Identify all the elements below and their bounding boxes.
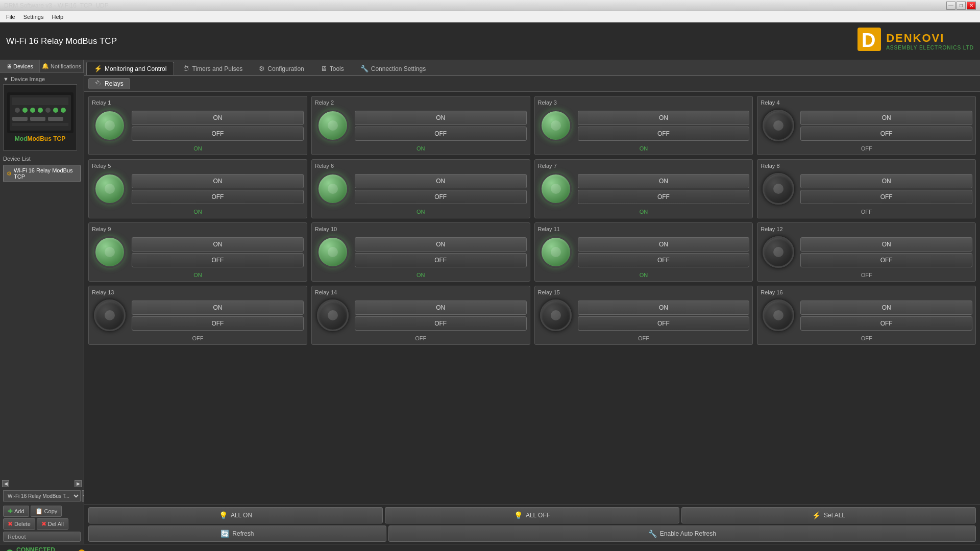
relay-buttons-10: ON OFF [355,237,527,267]
relay-on-btn-11[interactable]: ON [578,237,750,252]
relay-on-btn-7[interactable]: ON [578,174,750,188]
refresh-button[interactable]: 🔄 Refresh [88,525,386,542]
relay-label-1: Relay 1 [92,99,304,106]
tab-configuration[interactable]: ⚙ Configuration [251,62,311,75]
relay-off-btn-15[interactable]: OFF [578,316,750,331]
tab-tools[interactable]: 🖥 Tools [313,62,352,75]
relay-knob-container-6 [315,171,351,207]
set-all-button[interactable]: ⚡ Set ALL [681,507,976,523]
relay-label-11: Relay 11 [538,226,750,232]
all-on-button[interactable]: 💡 ALL ON [88,507,383,523]
relay-off-btn-7[interactable]: OFF [578,190,750,204]
svg-rect-4 [12,97,68,105]
sidebar-action-buttons: ✚ Add 📋 Copy ✖ Delete ✖ Del All [0,504,84,532]
relay-on-btn-13[interactable]: ON [132,300,304,315]
relay-label-16: Relay 16 [761,289,972,295]
relay-on-btn-4[interactable]: ON [800,111,972,125]
main-tabs: ⚡ Monitoring and Control ⏱ Timers and Pu… [84,60,980,76]
relay-on-btn-16[interactable]: ON [800,300,972,315]
sidebar-tab-notifications[interactable]: 🔔 Notifications [40,60,84,72]
relay-off-btn-6[interactable]: OFF [355,190,527,204]
logo: D DENKOVI ASSEMBLY ELECTRONICS LTD [856,27,974,56]
relay-off-btn-1[interactable]: OFF [132,127,304,141]
relay-off-btn-13[interactable]: OFF [132,316,304,331]
relay-status-11: ON [538,272,750,278]
relay-off-btn-4[interactable]: OFF [800,127,972,141]
relay-on-btn-3[interactable]: ON [578,111,750,125]
monitoring-icon: ⚡ [94,65,102,72]
relay-knob-inner-1 [105,120,115,131]
scroll-right[interactable]: ▶ [75,480,82,487]
sub-tab-relays[interactable]: 🔌 Relays [88,78,130,89]
svg-point-6 [22,108,28,113]
del-all-button[interactable]: ✖ Del All [37,518,68,530]
relay-knob-container-4 [761,108,796,143]
tab-connection[interactable]: 🔧 Connection Settings [353,62,433,75]
relay-off-btn-10[interactable]: OFF [355,253,527,267]
menu-help[interactable]: Help [47,13,67,21]
relay-card-1: Relay 1 ON OFF ON [88,96,307,155]
relay-label-8: Relay 8 [761,163,972,169]
relay-on-btn-2[interactable]: ON [355,111,527,125]
relay-on-btn-9[interactable]: ON [132,237,304,252]
relay-status-5: ON [92,209,304,215]
relay-off-btn-9[interactable]: OFF [132,253,304,267]
tools-icon: 🖥 [321,65,327,72]
delete-button[interactable]: ✖ Delete [3,518,35,530]
copy-button[interactable]: 📋 Copy [31,506,62,517]
relay-off-btn-2[interactable]: OFF [355,127,527,141]
relay-knob-container-15 [538,297,574,333]
relay-status-3: ON [538,145,750,152]
relay-status-9: ON [92,272,304,278]
reboot-button[interactable]: Reboot [3,532,81,542]
relay-on-btn-12[interactable]: ON [800,237,972,252]
relay-off-btn-3[interactable]: OFF [578,127,750,141]
relay-off-btn-14[interactable]: OFF [355,316,527,331]
relay-off-btn-5[interactable]: OFF [132,190,304,204]
relay-card-7: Relay 7 ON OFF ON [534,159,753,218]
relay-knob-inner-10 [328,247,338,257]
statusbar: CONNECTED 10:49:13 24.06.2020 Last seen:… [0,544,980,551]
relay-off-btn-8[interactable]: OFF [800,190,972,204]
relay-knob-container-14 [315,297,351,333]
device-list-item[interactable]: ⚙ Wi-Fi 16 Relay ModBus TCP [3,165,81,182]
tab-monitoring[interactable]: ⚡ Monitoring and Control [86,62,174,75]
scroll-left[interactable]: ◀ [2,480,9,487]
minimize-button[interactable]: — [946,2,955,10]
relay-knob-inner-13 [105,310,115,320]
relay-on-btn-1[interactable]: ON [132,111,304,125]
svg-point-5 [15,108,20,113]
relay-on-btn-10[interactable]: ON [355,237,527,252]
relay-label-15: Relay 15 [538,289,750,295]
relay-on-btn-6[interactable]: ON [355,174,527,188]
relay-buttons-9: ON OFF [132,237,304,267]
all-off-button[interactable]: 💡 ALL OFF [385,507,679,523]
relay-on-btn-8[interactable]: ON [800,174,972,188]
device-select[interactable]: Wi-Fi 16 Relay ModBus T... [3,490,81,502]
relay-buttons-5: ON OFF [132,174,304,204]
relay-on-btn-14[interactable]: ON [355,300,527,315]
relay-on-btn-15[interactable]: ON [578,300,750,315]
enable-auto-refresh-button[interactable]: 🔧 Enable Auto Refresh [388,525,976,542]
relay-body-1: ON OFF [92,108,304,143]
relay-knob-inner-7 [551,184,561,194]
menu-file[interactable]: File [2,13,19,21]
sidebar-tab-devices[interactable]: 🖥 Devices [0,60,40,72]
relay-card-10: Relay 10 ON OFF ON [311,222,530,282]
maximize-button[interactable]: □ [957,2,966,10]
relay-label-7: Relay 7 [538,163,750,169]
device-image-label[interactable]: ▼ Device Image [3,76,81,82]
relay-status-6: ON [315,209,527,215]
bulb-icon: 💡 [219,511,228,519]
menu-settings[interactable]: Settings [19,13,48,21]
titlebar: DRM Software v3 - WiFi16_TCP_UDP — □ ✕ [0,0,980,11]
relay-icon: 🔌 [95,80,103,87]
add-button[interactable]: ✚ Add [3,506,29,517]
relay-off-btn-11[interactable]: OFF [578,253,750,267]
close-button[interactable]: ✕ [967,2,976,10]
relay-on-btn-5[interactable]: ON [132,174,304,188]
relay-knob-4 [763,110,794,141]
tab-timers[interactable]: ⏱ Timers and Pulses [175,62,250,75]
relay-off-btn-12[interactable]: OFF [800,253,972,267]
relay-off-btn-16[interactable]: OFF [800,316,972,331]
